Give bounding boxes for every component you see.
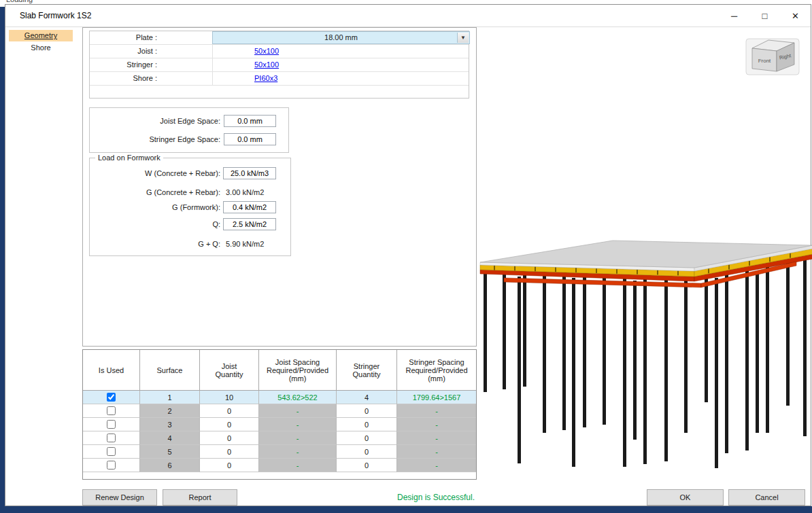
shore-posts xyxy=(484,257,807,468)
g-concrete-rebar-label: G (Concrete + Rebar): xyxy=(90,186,220,198)
plate-dropdown[interactable]: 18.00 mm ▼ xyxy=(212,31,470,44)
q-label: Q: xyxy=(90,218,220,230)
surface-cell: 5 xyxy=(140,445,200,459)
shore-label: Shore : xyxy=(90,72,212,85)
is-used-checkbox[interactable] xyxy=(107,434,116,442)
header-stringer-quantity: Stringer Quantity xyxy=(337,350,397,391)
is-used-checkbox[interactable] xyxy=(107,406,116,415)
minimize-button[interactable]: ─ xyxy=(719,5,749,26)
load-group-title: Load on Formwork xyxy=(95,154,163,162)
surface-cell: 3 xyxy=(140,418,200,431)
close-button[interactable]: ✕ xyxy=(780,5,811,26)
stringer-spacing-cell: - xyxy=(397,418,476,431)
is-used-checkbox[interactable] xyxy=(107,420,116,429)
background-strip-left xyxy=(0,7,5,507)
report-button[interactable]: Report xyxy=(163,489,237,506)
stringer-edge-space-input[interactable] xyxy=(224,133,276,145)
surface-cell: 1 xyxy=(140,391,200,404)
ok-button[interactable]: OK xyxy=(647,489,724,506)
joist-spacing-cell: - xyxy=(259,404,337,418)
joist-qty-cell: 0 xyxy=(200,431,259,445)
stringer-spacing-cell: - xyxy=(397,404,476,418)
maximize-button[interactable]: □ xyxy=(749,5,780,26)
joist-qty-cell: 0 xyxy=(200,445,259,459)
status-text: Design is Successful. xyxy=(334,489,538,506)
header-surface: Surface xyxy=(140,350,200,391)
joist-spacing-cell: - xyxy=(259,431,337,445)
joist-qty-cell: 0 xyxy=(200,418,259,431)
joist-spacing-cell: - xyxy=(259,445,337,459)
stringer-spacing-cell: 1799.64>1567 xyxy=(397,391,476,404)
joist-edge-space-label: Joist Edge Space: xyxy=(90,115,220,127)
stringer-label: Stringer : xyxy=(90,58,212,71)
stringer-row: Stringer : 50x100 xyxy=(90,58,469,72)
table-row[interactable]: 2 0 - 0 - xyxy=(83,404,476,418)
surface-cell: 4 xyxy=(140,431,200,445)
joist-qty-cell: 10 xyxy=(200,391,259,404)
g-formwork-input[interactable] xyxy=(223,201,276,213)
header-is-used: Is Used xyxy=(83,350,140,391)
shore-section-link[interactable]: PI60x3 xyxy=(254,72,277,85)
stringer-spacing-cell: - xyxy=(397,445,476,459)
view-cube[interactable]: Front Right xyxy=(744,35,801,77)
renew-design-button[interactable]: Renew Design xyxy=(82,489,157,506)
minimize-icon: ─ xyxy=(731,11,737,21)
background-strip-bottom xyxy=(0,506,812,513)
table-row[interactable]: 4 0 - 0 - xyxy=(83,431,476,445)
table-row[interactable]: 6 0 - 0 - xyxy=(83,459,476,472)
stringer-spacing-cell: - xyxy=(397,431,476,445)
maximize-icon: □ xyxy=(762,11,768,21)
sidebar-item-geometry[interactable]: Geometry xyxy=(9,30,73,41)
table-row[interactable]: 5 0 - 0 - xyxy=(83,445,476,459)
header-stringer-spacing: Stringer Spacing Required/Provided (mm) xyxy=(397,350,476,391)
load-on-formwork-group: Load on Formwork W (Concrete + Rebar): G… xyxy=(89,158,291,256)
g-plus-q-value: 5.90 kN/m2 xyxy=(226,238,264,250)
joist-section-link[interactable]: 50x100 xyxy=(254,45,279,58)
cancel-button[interactable]: Cancel xyxy=(728,489,805,506)
is-used-checkbox[interactable] xyxy=(107,461,116,470)
edge-space-group: Joist Edge Space: Stringer Edge Space: xyxy=(89,107,289,153)
plate-row: Plate : 18.00 mm ▼ xyxy=(90,31,469,45)
surfaces-table: Is Used Surface Joist Quantity Joist Spa… xyxy=(82,349,477,480)
materials-group: Plate : 18.00 mm ▼ Joist : 50x100 String… xyxy=(89,31,469,99)
formwork-3d-viewport[interactable] xyxy=(477,229,812,487)
is-used-checkbox[interactable] xyxy=(107,393,116,402)
close-icon: ✕ xyxy=(792,11,799,21)
header-joist-quantity: Joist Quantity xyxy=(200,350,259,391)
is-used-checkbox[interactable] xyxy=(107,447,116,456)
q-input[interactable] xyxy=(223,218,276,230)
surface-cell: 6 xyxy=(140,459,200,472)
plate-value: 18.00 mm xyxy=(324,33,358,41)
table-row[interactable]: 1 10 543.62>522 4 1799.64>1567 xyxy=(83,391,476,404)
header-joist-spacing: Joist Spacing Required/Provided (mm) xyxy=(259,350,337,391)
stringer-qty-cell: 0 xyxy=(337,404,397,418)
slab-formwork-dialog: Slab Formwork 1S2 ─ □ ✕ Geometry Shore P… xyxy=(5,4,811,506)
joist-spacing-cell: - xyxy=(259,459,337,472)
table-row[interactable]: 3 0 - 0 - xyxy=(83,418,476,431)
stringer-qty-cell: 4 xyxy=(337,391,397,404)
stringer-qty-cell: 0 xyxy=(337,418,397,431)
joist-edge-space-input[interactable] xyxy=(224,115,276,127)
surface-cell: 2 xyxy=(140,404,200,418)
joist-label: Joist : xyxy=(90,45,212,58)
plate-label: Plate : xyxy=(90,31,212,44)
plate-dropdown-button[interactable]: ▼ xyxy=(457,33,469,43)
w-concrete-rebar-label: W (Concrete + Rebar): xyxy=(90,167,220,179)
g-formwork-label: G (Formwork): xyxy=(90,201,220,213)
joist-spacing-cell: - xyxy=(259,418,337,431)
joist-row: Joist : 50x100 xyxy=(90,45,469,58)
joist-qty-cell: 0 xyxy=(200,459,259,472)
sidebar-item-shore[interactable]: Shore xyxy=(9,42,73,54)
stringer-qty-cell: 0 xyxy=(337,445,397,459)
chevron-down-icon: ▼ xyxy=(460,35,466,41)
w-concrete-rebar-input[interactable] xyxy=(223,167,276,179)
g-plus-q-label: G + Q: xyxy=(90,238,220,250)
background-window-text: Loading xyxy=(6,0,33,3)
title-bar[interactable]: Slab Formwork 1S2 ─ □ ✕ xyxy=(5,5,811,26)
joist-qty-cell: 0 xyxy=(200,404,259,418)
stringer-section-link[interactable]: 50x100 xyxy=(254,58,279,71)
joist-spacing-cell: 543.62>522 xyxy=(259,391,337,404)
dialog-title: Slab Formwork 1S2 xyxy=(20,5,91,26)
stringer-spacing-cell: - xyxy=(397,459,476,472)
table-header: Is Used Surface Joist Quantity Joist Spa… xyxy=(83,350,476,391)
